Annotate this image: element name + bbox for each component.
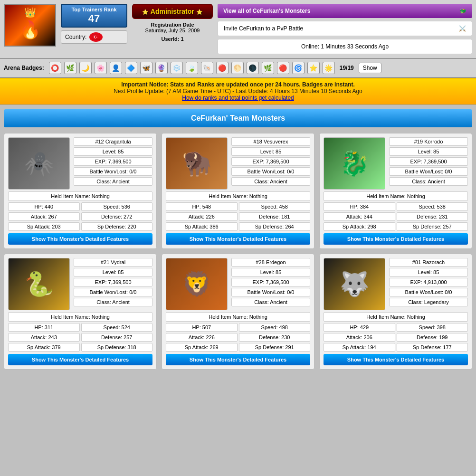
spatk-spdef-row-2: Sp Attack: 298 Sp Defense: 257 <box>324 222 468 231</box>
reg-date-value: Saturday, July 25, 2009 <box>145 28 200 33</box>
trainer-rank-badge: Top Trainers Rank 47 <box>61 4 127 28</box>
monster-class-2: Class: Ancient <box>389 177 468 186</box>
held-item-1: Held Item Name: Nothing <box>166 191 310 201</box>
monster-card-1: 🦬 #18 Vesuverex Level: 85 EXP: 7,369,500… <box>162 133 314 249</box>
monster-top-4: 🦁 #28 Erdegon Level: 85 EXP: 7,369,500 B… <box>166 258 310 310</box>
badge-icon-16[interactable]: 🌀 <box>292 62 305 74</box>
attack-4: Attack: 226 <box>166 333 238 342</box>
badge-icon-2[interactable]: 🌙 <box>79 62 92 74</box>
notice-bar: Important Notice: Stats and Ranks are up… <box>0 78 476 105</box>
badge-icon-17[interactable]: ⭐ <box>307 62 320 74</box>
sp-defense-1: Sp Defense: 264 <box>239 222 311 231</box>
country-box: Country: 🇹🇷 <box>61 30 127 44</box>
show-details-button-0[interactable]: Show This Monster's Detailed Features <box>8 233 152 245</box>
trainer-rank-box: Top Trainers Rank 47 Country: 🇹🇷 <box>61 4 127 44</box>
monster-name-4: #28 Erdegon <box>231 258 310 267</box>
badge-icon-8[interactable]: ❄️ <box>171 62 183 74</box>
show-details-button-4[interactable]: Show This Monster's Detailed Features <box>166 354 310 365</box>
monster-class-4: Class: Ancient <box>231 298 310 306</box>
notice-link[interactable]: How do ranks and total points get calcul… <box>6 95 470 101</box>
spatk-spdef-row-0: Sp Attack: 203 Sp Defense: 220 <box>8 222 152 231</box>
badge-icon-18[interactable]: 🌟 <box>323 62 335 74</box>
sp-defense-3: Sp Defense: 318 <box>81 343 153 352</box>
monster-level-1: Level: 85 <box>231 147 310 156</box>
country-label: Country: <box>65 34 86 40</box>
show-badges-button[interactable]: Show <box>359 63 381 73</box>
show-details-button-3[interactable]: Show This Monster's Detailed Features <box>8 354 152 365</box>
badge-icon-12[interactable]: 🌕 <box>231 62 244 74</box>
attack-2: Attack: 344 <box>324 212 395 221</box>
held-item-4: Held Item Name: Nothing <box>166 312 310 322</box>
monster-level-5: Level: 85 <box>389 268 468 276</box>
arena-label: Arena Badges: <box>4 65 44 71</box>
held-item-5: Held Item Name: Nothing <box>324 312 468 322</box>
monster-details-1: Held Item Name: Nothing HP: 548 Speed: 4… <box>166 191 310 245</box>
spatk-spdef-row-5: Sp Attack: 194 Sp Defense: 177 <box>324 343 468 352</box>
speed-5: Speed: 398 <box>397 323 468 332</box>
spatk-spdef-row-4: Sp Attack: 269 Sp Defense: 291 <box>166 343 310 352</box>
atk-def-row-4: Attack: 226 Defense: 230 <box>166 333 310 342</box>
hp-speed-row-5: HP: 429 Speed: 398 <box>324 323 468 332</box>
monster-stats-4: #28 Erdegon Level: 85 EXP: 7,369,500 Bat… <box>231 258 310 306</box>
badge-icon-6[interactable]: 🦋 <box>140 62 152 74</box>
badge-icon-4[interactable]: 👤 <box>110 62 122 74</box>
hp-speed-row-3: HP: 311 Speed: 524 <box>8 323 152 332</box>
sp-attack-2: Sp Attack: 298 <box>324 222 395 231</box>
monster-battle-2: Battle Won/Lost: 0/0 <box>389 167 468 176</box>
badge-icon-7[interactable]: 🔮 <box>155 62 168 74</box>
badge-icon-14[interactable]: 🌿 <box>262 62 274 74</box>
speed-1: Speed: 458 <box>239 202 311 211</box>
speed-0: Speed: 536 <box>81 202 153 211</box>
speed-2: Speed: 538 <box>397 202 468 211</box>
defense-0: Defense: 272 <box>81 212 153 221</box>
monster-stats-3: #21 Vydral Level: 85 EXP: 7,369,500 Batt… <box>74 258 152 306</box>
badge-icon-0[interactable]: ⭕ <box>49 62 61 74</box>
monster-details-5: Held Item Name: Nothing HP: 429 Speed: 3… <box>324 312 468 365</box>
monster-grid: 🕷️ #12 Cragantula Level: 85 EXP: 7,369,5… <box>0 130 476 374</box>
monster-exp-2: EXP: 7,369,500 <box>389 157 468 166</box>
badge-icon-10[interactable]: 🐚 <box>201 62 213 74</box>
monster-details-0: Held Item Name: Nothing HP: 440 Speed: 5… <box>8 191 152 245</box>
flag-turkey: 🇹🇷 <box>89 32 103 42</box>
attack-1: Attack: 226 <box>166 212 238 221</box>
sp-attack-0: Sp Attack: 203 <box>8 222 80 231</box>
badge-icon-11[interactable]: 🔴 <box>216 62 228 74</box>
monster-level-0: Level: 85 <box>74 147 152 156</box>
monster-class-3: Class: Ancient <box>74 298 152 306</box>
monster-card-3: 🐍 #21 Vydral Level: 85 EXP: 7,369,500 Ba… <box>4 254 157 370</box>
badge-icon-1[interactable]: 🌿 <box>64 62 76 74</box>
swords-icon: ⚔️ <box>459 25 466 32</box>
badge-icon-3[interactable]: 🌸 <box>95 62 107 74</box>
show-details-button-5[interactable]: Show This Monster's Detailed Features <box>324 354 468 365</box>
monster-card-4: 🦁 #28 Erdegon Level: 85 EXP: 7,369,500 B… <box>162 254 314 370</box>
notice-line1: Important Notice: Stats and Ranks are up… <box>6 81 470 88</box>
view-all-monsters-button[interactable]: View all of CeFurkan's Monsters 🐲 <box>218 4 472 18</box>
attack-5: Attack: 206 <box>324 333 395 342</box>
show-details-button-1[interactable]: Show This Monster's Detailed Features <box>166 233 310 245</box>
speed-3: Speed: 524 <box>81 323 153 332</box>
badge-count: 19/19 <box>340 65 354 71</box>
defense-4: Defense: 230 <box>239 333 311 342</box>
hp-1: HP: 548 <box>166 202 238 211</box>
badge-icon-9[interactable]: 🍃 <box>186 62 198 74</box>
userid-label: UserId: <box>161 36 179 42</box>
monster-battle-1: Battle Won/Lost: 0/0 <box>231 167 310 176</box>
reg-date-box: Registration Date Saturday, July 25, 200… <box>145 22 200 33</box>
show-details-button-2[interactable]: Show This Monster's Detailed Features <box>324 233 468 245</box>
monster-name-0: #12 Cragantula <box>74 137 152 146</box>
pvp-battle-button[interactable]: Invite CeFurkan to a PvP Battle ⚔️ <box>218 21 472 36</box>
hp-speed-row-1: HP: 548 Speed: 458 <box>166 202 310 211</box>
monster-top-3: 🐍 #21 Vydral Level: 85 EXP: 7,369,500 Ba… <box>8 258 152 310</box>
monster-top-0: 🕷️ #12 Cragantula Level: 85 EXP: 7,369,5… <box>8 137 152 190</box>
rank-title: Top Trainers Rank <box>67 7 122 12</box>
monster-exp-3: EXP: 7,369,500 <box>74 278 152 286</box>
monster-battle-5: Battle Won/Lost: 0/0 <box>389 288 468 296</box>
monster-battle-0: Battle Won/Lost: 0/0 <box>74 167 152 176</box>
badge-icon-15[interactable]: 🔴 <box>277 62 289 74</box>
held-item-0: Held Item Name: Nothing <box>8 191 152 201</box>
badge-icon-5[interactable]: 🔷 <box>125 62 137 74</box>
sp-defense-2: Sp Defense: 257 <box>397 222 468 231</box>
monster-exp-5: EXP: 4,913,000 <box>389 278 468 286</box>
badge-icon-13[interactable]: 🌑 <box>247 62 259 74</box>
monster-exp-1: EXP: 7,369,500 <box>231 157 310 166</box>
